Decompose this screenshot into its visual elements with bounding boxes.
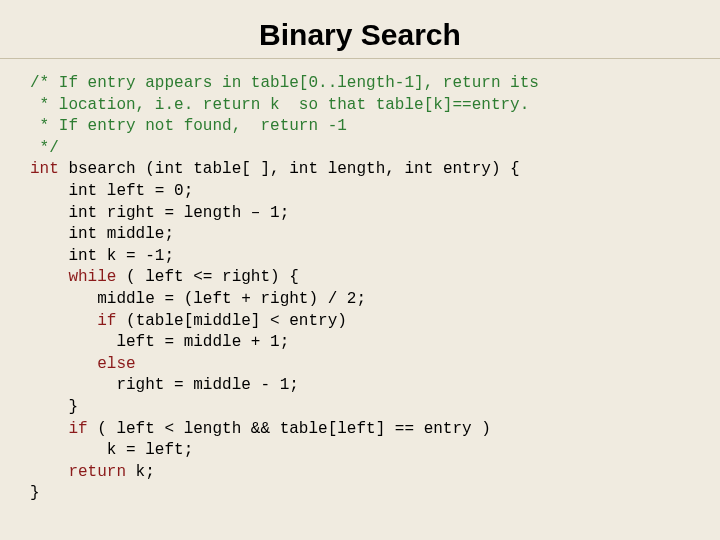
code-text: middle = (left + right) / 2; bbox=[30, 290, 366, 308]
code-text: ( left <= right) { bbox=[116, 268, 298, 286]
comment-line: * location, i.e. return k so that table[… bbox=[30, 96, 529, 114]
code-text: left = middle + 1; bbox=[30, 333, 289, 351]
code-text: right = middle - 1; bbox=[30, 376, 299, 394]
keyword-while: while bbox=[68, 268, 116, 286]
code-block: /* If entry appears in table[0..length-1… bbox=[0, 59, 720, 505]
code-text: int right = length – 1; bbox=[30, 204, 289, 222]
code-text bbox=[30, 355, 97, 373]
comment-line: */ bbox=[30, 139, 59, 157]
keyword-if: if bbox=[97, 312, 116, 330]
code-text: int middle; bbox=[30, 225, 174, 243]
comment-line: * If entry not found, return -1 bbox=[30, 117, 347, 135]
keyword-if: if bbox=[68, 420, 87, 438]
keyword-int: int bbox=[30, 160, 59, 178]
code-text bbox=[30, 463, 68, 481]
code-text: bsearch (int table[ ], int length, int e… bbox=[59, 160, 520, 178]
code-text bbox=[30, 268, 68, 286]
code-text: } bbox=[30, 398, 78, 416]
code-text: k; bbox=[126, 463, 155, 481]
code-text bbox=[30, 312, 97, 330]
code-text: k = left; bbox=[30, 441, 193, 459]
keyword-return: return bbox=[68, 463, 126, 481]
slide-title: Binary Search bbox=[0, 0, 720, 59]
keyword-else: else bbox=[97, 355, 135, 373]
code-text: (table[middle] < entry) bbox=[116, 312, 346, 330]
code-text bbox=[30, 420, 68, 438]
comment-line: /* If entry appears in table[0..length-1… bbox=[30, 74, 539, 92]
code-text: } bbox=[30, 484, 40, 502]
code-text: int left = 0; bbox=[30, 182, 193, 200]
code-text: ( left < length && table[left] == entry … bbox=[88, 420, 491, 438]
slide: Binary Search /* If entry appears in tab… bbox=[0, 0, 720, 540]
code-text: int k = -1; bbox=[30, 247, 174, 265]
